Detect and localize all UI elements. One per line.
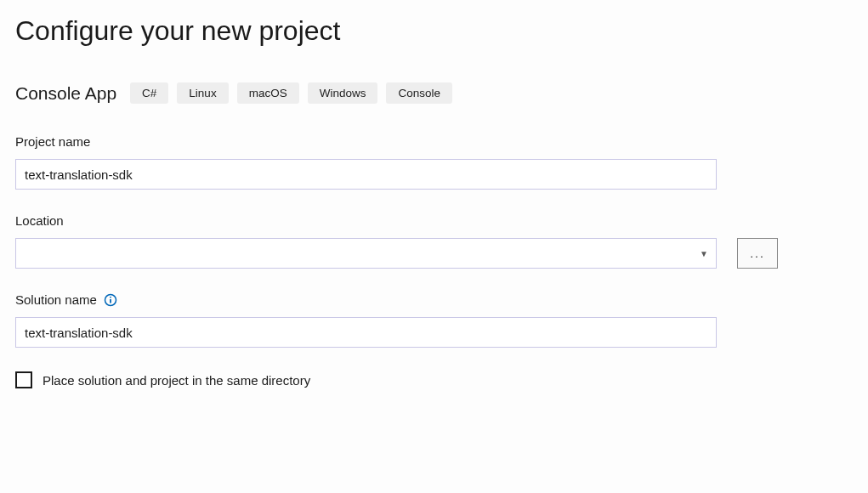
same-directory-checkbox[interactable] — [15, 371, 32, 388]
same-directory-row: Place solution and project in the same d… — [15, 371, 853, 388]
location-field: Location ▼ ... — [15, 213, 853, 269]
tag: C# — [130, 82, 168, 104]
solution-name-label: Solution name — [15, 292, 97, 307]
template-row: Console App C# Linux macOS Windows Conso… — [15, 82, 853, 104]
tag: Console — [386, 82, 452, 104]
same-directory-label: Place solution and project in the same d… — [43, 373, 310, 388]
project-name-input[interactable] — [15, 159, 717, 190]
tag: Linux — [177, 82, 228, 104]
project-name-field: Project name — [15, 134, 853, 190]
solution-name-input[interactable] — [15, 317, 717, 348]
tag: macOS — [237, 82, 299, 104]
template-name: Console App — [15, 83, 116, 104]
location-label: Location — [15, 213, 853, 228]
location-input[interactable] — [15, 238, 717, 269]
solution-name-field: Solution name — [15, 292, 853, 348]
template-tags: C# Linux macOS Windows Console — [130, 82, 452, 104]
browse-button[interactable]: ... — [737, 238, 778, 269]
info-icon[interactable] — [104, 293, 117, 307]
svg-point-2 — [110, 296, 111, 298]
tag: Windows — [308, 82, 378, 104]
page-title: Configure your new project — [15, 15, 853, 47]
project-name-label: Project name — [15, 134, 853, 149]
